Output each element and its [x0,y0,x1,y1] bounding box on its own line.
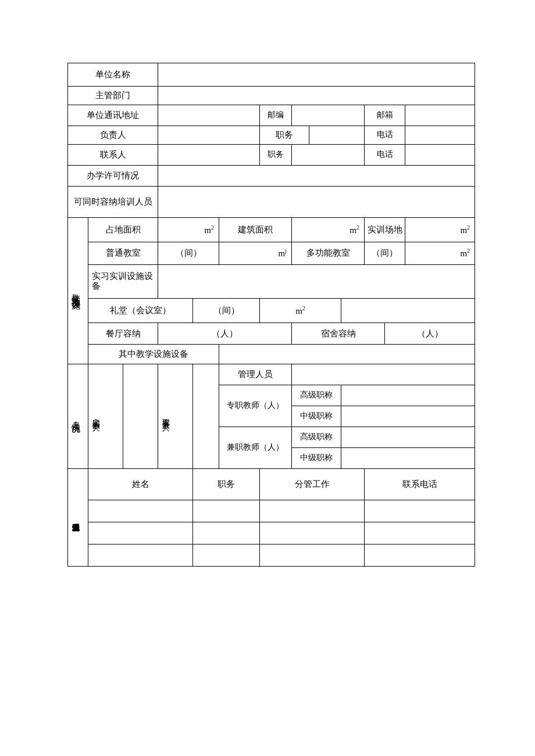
label-ft-teacher: 专职教师（人） [219,385,292,427]
label-ft-senior: 高级职称 [292,385,341,406]
label-unit-name: 单位名称 [68,63,158,87]
row1-duty[interactable] [193,500,260,522]
row3-duty[interactable] [193,544,260,567]
input-classroom-count[interactable]: （间） [158,242,219,264]
label-equip: 实习实训设施设备 [88,264,158,298]
input-capacity[interactable] [158,187,475,218]
label-build-area: 建筑面积 [219,218,292,242]
input-ft-mid[interactable] [341,406,475,427]
input-dept[interactable] [158,87,475,105]
label-address: 单位通讯地址 [68,105,158,126]
row3-work[interactable] [260,544,365,567]
label-teach-equip: 其中教学设施设备 [88,344,219,364]
input-dorm[interactable]: （人） [385,323,475,344]
label-current: 现有人数（人） [158,364,193,469]
row3-tel[interactable] [365,544,475,567]
input-pt-mid[interactable] [341,448,475,469]
label-pt-senior: 高级职称 [292,427,341,448]
label-training-site: 实训场地 [365,218,405,242]
input-leader-phone[interactable] [405,126,475,145]
input-ft-senior[interactable] [341,385,475,406]
input-quota[interactable] [123,364,158,469]
input-leader-pos[interactable] [309,126,365,145]
label-mgmt-section: 就业创业培训工作管理人员情况 [68,469,88,567]
input-contact-phone[interactable] [405,145,475,166]
label-dept: 主管部门 [68,87,158,105]
label-mgmt: 管理人员 [219,364,292,385]
label-leader-pos: 职务 [260,126,309,145]
input-contact[interactable] [158,145,260,166]
row2-name[interactable] [88,522,193,544]
label-classroom: 普通教室 [88,242,158,264]
input-contact-pos[interactable] [292,145,365,166]
input-address[interactable] [158,105,260,126]
input-multiroom-count[interactable]: （间） [365,242,405,264]
col-name: 姓名 [88,469,193,500]
input-hall-count[interactable]: （间） [193,299,260,323]
input-email[interactable] [405,105,475,126]
input-current[interactable] [193,364,219,469]
label-email: 邮箱 [365,105,405,126]
col-work: 分管工作 [260,469,365,500]
label-pt-teacher: 兼职教师（人） [219,427,292,469]
input-canteen[interactable]: （人） [158,323,292,344]
row2-duty[interactable] [193,522,260,544]
label-leader-phone: 电话 [365,126,405,145]
application-form: 单位名称 主管部门 单位通讯地址 邮编 邮箱 负责人 职务 电话 联系人 职务 … [67,63,475,567]
label-staff: 人员情况 [68,364,88,469]
label-contact: 联系人 [68,145,158,166]
row1-work[interactable] [260,500,365,522]
label-pt-mid: 中级职称 [292,448,341,469]
input-land-area[interactable]: m2 [158,218,219,242]
label-contact-phone: 电话 [365,145,405,166]
input-postcode[interactable] [292,105,365,126]
label-multiroom: 多功能教室 [292,242,365,264]
input-multiroom-area[interactable]: m2 [405,242,475,264]
label-hall: 礼堂（会议室） [88,299,193,323]
label-license: 办学许可情况 [68,166,158,187]
label-canteen: 餐厅容纳 [88,323,158,344]
label-contact-pos: 职务 [260,145,292,166]
label-ft-mid: 中级职称 [292,406,341,427]
input-leader[interactable] [158,126,260,145]
row1-tel[interactable] [365,500,475,522]
input-pt-senior[interactable] [341,427,475,448]
row3-name[interactable] [88,544,193,567]
input-unit-name[interactable] [158,63,475,87]
label-leader: 负责人 [68,126,158,145]
input-license[interactable] [158,166,475,187]
row2-work[interactable] [260,522,365,544]
input-build-area[interactable]: m2 [292,218,365,242]
input-hall-extra[interactable] [341,299,475,323]
input-training-site[interactable]: m2 [405,218,475,242]
row2-tel[interactable] [365,522,475,544]
input-equip[interactable] [158,264,475,298]
col-duty: 职务 [193,469,260,500]
label-postcode: 邮编 [260,105,292,126]
label-capacity: 可同时容纳培训人员 [68,187,158,218]
col-tel: 联系电话 [365,469,475,500]
label-land-area: 占地面积 [88,218,158,242]
row1-name[interactable] [88,500,193,522]
input-teach-equip[interactable] [219,344,475,364]
input-hall-area[interactable]: m2 [260,299,341,323]
label-facility: 教学场地及设施 [68,218,88,364]
input-classroom-area[interactable]: mj [219,242,292,264]
input-mgmt[interactable] [292,364,475,385]
label-quota: 定编人数（人） [88,364,123,469]
label-dorm: 宿舍容纳 [292,323,385,344]
